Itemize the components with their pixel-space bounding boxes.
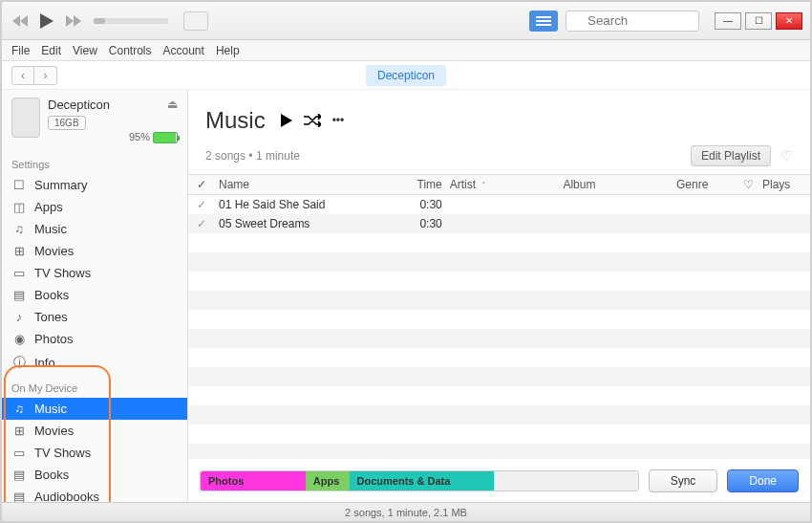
sort-caret-icon: ˄: [481, 181, 486, 190]
usage-free: [494, 471, 638, 490]
menu-file[interactable]: File: [11, 44, 30, 57]
sidebar-item-label: Apps: [34, 200, 63, 214]
sidebar-item-label: Info: [34, 356, 55, 370]
sidebar-item-books[interactable]: ▤Books: [2, 464, 187, 486]
prev-track-icon[interactable]: [10, 11, 31, 31]
movies-icon: ⊞: [11, 424, 27, 438]
tones-icon: ♪: [11, 310, 27, 324]
track-summary: 2 songs • 1 minute: [205, 149, 300, 163]
sidebar-item-tv-shows[interactable]: ▭TV Shows: [2, 442, 187, 464]
edit-playlist-button[interactable]: Edit Playlist: [691, 145, 771, 166]
table-row: [188, 233, 810, 252]
photos-icon: ◉: [11, 332, 27, 346]
menubar: File Edit View Controls Account Help: [2, 40, 810, 61]
table-row: [188, 291, 810, 310]
play-all-icon[interactable]: [281, 114, 292, 127]
music-icon: ♫: [11, 402, 27, 416]
column-name[interactable]: Name: [215, 178, 400, 191]
table-row: [188, 272, 810, 291]
column-check[interactable]: ✓: [188, 178, 215, 191]
storage-usage-bar: Photos Apps Documents & Data: [200, 470, 639, 491]
table-row: [188, 310, 810, 329]
sidebar-item-apps[interactable]: ◫Apps: [2, 196, 187, 218]
sidebar-item-tv-shows[interactable]: ▭TV Shows: [2, 262, 187, 284]
table-row: [188, 348, 810, 367]
sidebar-item-movies[interactable]: ⊞Movies: [2, 240, 187, 262]
track-time: 0:30: [400, 217, 450, 230]
volume-slider[interactable]: [94, 18, 168, 24]
sidebar-item-music[interactable]: ♫Music: [2, 218, 187, 240]
row-check[interactable]: ✓: [188, 217, 215, 230]
sidebar-item-label: Audiobooks: [34, 490, 99, 502]
sidebar-item-label: Photos: [34, 332, 73, 346]
play-icon[interactable]: [36, 11, 57, 31]
sidebar-item-label: Books: [34, 288, 69, 302]
sidebar-item-label: TV Shows: [34, 266, 91, 280]
row-check[interactable]: ✓: [188, 198, 215, 211]
love-icon[interactable]: ♡: [780, 148, 793, 163]
sidebar-item-audiobooks[interactable]: ▤Audiobooks: [2, 486, 187, 502]
close-button[interactable]: ✕: [776, 12, 802, 30]
device-icon: ☐: [11, 178, 27, 192]
svg-rect-1: [536, 20, 551, 22]
minimize-button[interactable]: —: [715, 12, 741, 30]
menu-controls[interactable]: Controls: [109, 44, 152, 57]
column-plays[interactable]: Plays: [762, 178, 810, 191]
menu-help[interactable]: Help: [216, 44, 240, 57]
page-title: Music: [205, 107, 266, 134]
column-genre[interactable]: Genre: [676, 178, 734, 191]
column-album[interactable]: Album: [563, 178, 676, 191]
nav-toolbar: ‹ › Decepticon: [2, 61, 810, 90]
list-view-button[interactable]: [529, 11, 558, 32]
sidebar-item-books[interactable]: ▤Books: [2, 284, 187, 306]
search-input[interactable]: [566, 11, 699, 32]
table-row[interactable]: ✓05 Sweet Dreams0:30: [188, 214, 810, 233]
books-icon: ▤: [11, 288, 27, 302]
sidebar-item-photos[interactable]: ◉Photos: [2, 328, 187, 350]
airplay-button[interactable]: [183, 11, 208, 31]
sidebar-item-info[interactable]: ⓘInfo: [2, 350, 187, 375]
device-name: Decepticon: [48, 98, 178, 112]
movies-icon: ⊞: [11, 244, 27, 258]
music-icon: ♫: [11, 222, 27, 236]
column-artist[interactable]: Artist˄: [450, 178, 564, 191]
column-time[interactable]: Time: [400, 178, 450, 191]
next-track-icon[interactable]: [63, 11, 84, 31]
sidebar-item-label: Tones: [34, 310, 68, 324]
column-love[interactable]: ♡: [734, 178, 762, 191]
sidebar-item-movies[interactable]: ⊞Movies: [2, 420, 187, 442]
more-icon[interactable]: •••: [332, 114, 345, 127]
svg-rect-2: [536, 24, 551, 26]
menu-edit[interactable]: Edit: [41, 44, 61, 57]
sync-button[interactable]: Sync: [649, 469, 718, 492]
track-time: 0:30: [400, 198, 450, 211]
storage-badge: 16GB: [48, 116, 86, 130]
usage-apps: Apps: [306, 471, 350, 490]
table-row: [188, 444, 810, 459]
usage-docs: Documents & Data: [350, 471, 494, 490]
apps-icon: ◫: [11, 200, 27, 214]
svg-rect-0: [536, 16, 551, 18]
device-tab[interactable]: Decepticon: [366, 65, 446, 86]
menu-view[interactable]: View: [73, 44, 97, 57]
sidebar-item-label: Music: [34, 402, 67, 416]
sidebar-item-label: Movies: [34, 244, 74, 258]
shuffle-icon[interactable]: [304, 114, 321, 127]
maximize-button[interactable]: ☐: [745, 12, 772, 30]
sidebar-item-music[interactable]: ♫Music: [2, 398, 187, 420]
sidebar-item-label: Music: [34, 222, 67, 236]
sidebar-heading-ondevice: On My Device: [2, 379, 187, 398]
battery-icon: [153, 132, 178, 143]
eject-icon[interactable]: ⏏: [167, 98, 178, 111]
table-row[interactable]: ✓01 He Said She Said0:30: [188, 195, 810, 214]
sidebar-item-tones[interactable]: ♪Tones: [2, 306, 187, 328]
sidebar-item-summary[interactable]: ☐Summary: [2, 174, 187, 196]
titlebar: — ☐ ✕: [2, 2, 810, 40]
forward-button[interactable]: ›: [34, 66, 57, 85]
tv-icon: ▭: [11, 266, 27, 280]
track-name: 01 He Said She Said: [215, 198, 400, 211]
done-button[interactable]: Done: [727, 469, 799, 492]
table-row: [188, 405, 810, 425]
back-button[interactable]: ‹: [11, 66, 34, 85]
menu-account[interactable]: Account: [163, 44, 204, 57]
